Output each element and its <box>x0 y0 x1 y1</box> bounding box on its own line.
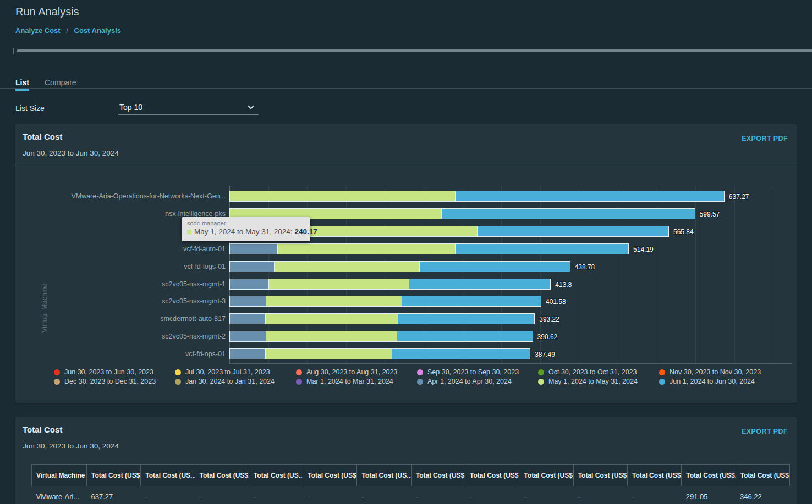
legend-item[interactable]: Mar 1, 2024 to Mar 31, 2024 <box>296 378 417 385</box>
bar-value-label: 514.19 <box>633 246 654 253</box>
bar-category-label: vcf-fd-auto-01 <box>15 245 226 253</box>
export-pdf-button[interactable]: EXPORT PDF <box>742 135 788 142</box>
column-header[interactable]: Total Cost (US$... <box>627 465 681 486</box>
tooltip-label: May 1, 2024 to May 31, 2024: <box>194 228 294 236</box>
bar-segment[interactable] <box>398 313 535 324</box>
bar-value-label: 393.22 <box>539 315 559 323</box>
tab-compare[interactable]: Compare <box>45 78 76 87</box>
legend-label: May 1, 2024 to May 31, 2024 <box>548 378 638 385</box>
chart-card-subtitle: Jun 30, 2023 to Jun 30, 2024 <box>23 149 119 157</box>
legend-item[interactable]: Jun 30, 2023 to Jun 30, 2023 <box>54 368 175 376</box>
column-header[interactable]: Total Cost (US$... <box>465 465 519 486</box>
legend-dot-icon <box>659 379 665 385</box>
column-header[interactable]: Total Cost (US$... <box>519 465 573 486</box>
bar-segment[interactable] <box>229 279 269 290</box>
chart-card-title: Total Cost <box>23 132 62 141</box>
table-cell: - <box>519 486 573 504</box>
legend-label: Aug 30, 2023 to Aug 31, 2023 <box>306 368 397 376</box>
legend-dot-icon <box>54 369 60 375</box>
table-cell: 346.22 <box>736 486 789 504</box>
page-title: Run Analysis <box>15 5 79 18</box>
list-size-dropdown[interactable]: Top 10 <box>118 101 259 115</box>
bar-value-label: 413.8 <box>555 281 572 289</box>
legend-item[interactable]: Jun 1, 2024 to Jun 30, 2024 <box>659 378 780 385</box>
column-header[interactable]: Total Cost (US$... <box>303 465 357 486</box>
table-cell: VMware-Ari... <box>32 486 87 504</box>
stacked-bar[interactable] <box>229 348 530 359</box>
breadcrumb-link-analyze-cost[interactable]: Analyze Cost <box>15 26 61 35</box>
bar-segment[interactable] <box>229 348 266 359</box>
chart-legend: Jun 30, 2023 to Jun 30, 2023Jul 30, 2023… <box>54 368 780 385</box>
bar-segment[interactable] <box>392 348 530 359</box>
column-header[interactable]: Total Cost (US$... <box>736 465 789 486</box>
bar-segment[interactable] <box>456 243 629 254</box>
legend-item[interactable]: Aug 30, 2023 to Aug 31, 2023 <box>296 368 417 376</box>
stacked-bar[interactable] <box>229 279 551 290</box>
bar-value-label: 599.57 <box>700 211 720 218</box>
table-cell: - <box>141 486 195 504</box>
bar-segment[interactable] <box>442 208 695 219</box>
bar-segment[interactable] <box>266 313 398 324</box>
table-card-subtitle: Jun 30, 2023 to Jun 30, 2024 <box>23 442 119 450</box>
bar-segment[interactable] <box>229 313 266 324</box>
gridline <box>695 186 696 363</box>
bar-segment[interactable] <box>269 279 409 290</box>
legend-item[interactable]: Nov 30, 2023 to Nov 30, 2023 <box>659 368 780 376</box>
bar-segment[interactable] <box>291 226 478 237</box>
stacked-bar[interactable] <box>229 296 541 307</box>
stacked-bar[interactable] <box>229 243 629 254</box>
table-cell: 637.27 <box>87 486 141 504</box>
bar-segment[interactable] <box>420 261 570 272</box>
bar-segment[interactable] <box>397 331 533 342</box>
bar-segment[interactable] <box>229 261 275 272</box>
stacked-bar[interactable] <box>229 191 725 202</box>
bar-segment[interactable] <box>456 191 725 202</box>
legend-dot-icon <box>296 379 302 385</box>
bar-segment[interactable] <box>266 296 402 307</box>
legend-item[interactable]: Sep 30, 2023 to Sep 30, 2023 <box>417 368 538 376</box>
bar-segment[interactable] <box>229 243 278 254</box>
stacked-bar[interactable] <box>229 313 535 324</box>
table-cell: - <box>411 486 465 504</box>
column-header[interactable]: Virtual Machine <box>32 465 87 486</box>
breadcrumb-link-cost-analysis[interactable]: Cost Analysis <box>74 26 122 35</box>
horizontal-scrollbar[interactable] <box>17 49 812 52</box>
bar-segment[interactable] <box>478 226 669 237</box>
bar-segment[interactable] <box>229 296 266 307</box>
bar-category-label: smcdermott-auto-817 <box>15 315 226 323</box>
bar-segment[interactable] <box>402 296 541 307</box>
column-header[interactable]: Total Cost (US... <box>249 465 303 486</box>
column-header[interactable]: Total Cost (US$) <box>87 465 141 486</box>
column-header[interactable]: Total Cost (US$... <box>682 465 736 486</box>
bar-category-label: vcf-fd-logs-01 <box>15 263 226 270</box>
legend-label: Jun 30, 2023 to Jun 30, 2023 <box>64 368 153 376</box>
legend-dot-icon <box>296 369 302 375</box>
legend-item[interactable]: Apr 1, 2024 to Apr 30, 2024 <box>417 378 538 385</box>
bar-category-label: sc2vc05-nsx-mgmt-1 <box>15 280 226 288</box>
bar-segment[interactable] <box>229 191 456 202</box>
column-header[interactable]: Total Cost (US$... <box>195 465 249 486</box>
column-header[interactable]: Total Cost (US... <box>357 465 411 486</box>
bar-segment[interactable] <box>229 331 266 342</box>
breadcrumb-separator: / <box>66 26 68 35</box>
legend-item[interactable]: Jul 30, 2023 to Jul 31, 2023 <box>175 368 296 376</box>
export-pdf-button-table[interactable]: EXPORT PDF <box>742 428 788 435</box>
column-header[interactable]: Total Cost (US$... <box>573 465 627 486</box>
legend-item[interactable]: Oct 30, 2023 to Oct 31, 2023 <box>538 368 659 376</box>
legend-item[interactable]: May 1, 2024 to May 31, 2024 <box>538 378 659 385</box>
bar-segment[interactable] <box>275 261 420 272</box>
total-cost-bar-chart: Virtual Machine VMware-Aria-Operations-f… <box>15 165 797 403</box>
table-row[interactable]: VMware-Ari...637.27----------291.05346.2… <box>32 486 790 504</box>
legend-item[interactable]: Jan 30, 2024 to Jan 31, 2024 <box>175 378 296 385</box>
tooltip-value: 240.17 <box>294 228 317 236</box>
bar-segment[interactable] <box>409 279 551 290</box>
column-header[interactable]: Total Cost (US... <box>141 465 195 486</box>
column-header[interactable]: Total Cost (US$... <box>411 465 465 486</box>
legend-item[interactable]: Dec 30, 2023 to Dec 31, 2023 <box>54 378 175 385</box>
bar-segment[interactable] <box>278 243 456 254</box>
bar-value-label: 565.84 <box>673 228 694 236</box>
stacked-bar[interactable] <box>229 331 533 342</box>
bar-segment[interactable] <box>266 331 397 342</box>
bar-segment[interactable] <box>266 348 392 359</box>
stacked-bar[interactable] <box>229 261 570 272</box>
